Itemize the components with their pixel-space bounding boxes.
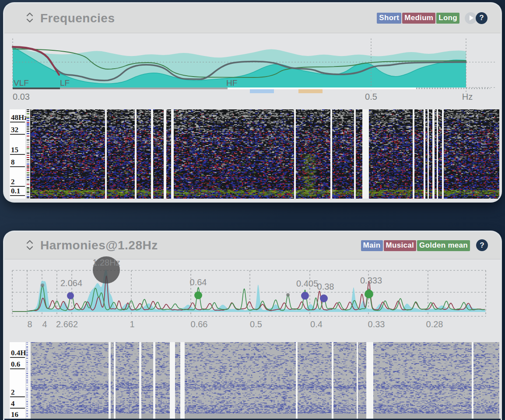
x-tick-label: 0.5 (250, 319, 262, 329)
play-button[interactable] (465, 12, 477, 24)
axis-band-segment-2 (228, 88, 416, 89)
scale-label-0.1: 0.1 (10, 187, 25, 196)
peak-marker-0.38[interactable] (320, 294, 328, 302)
harmonies-spectrogram[interactable] (26, 342, 499, 420)
peak-marker-0.333[interactable] (365, 290, 373, 298)
help-button[interactable]: ? (476, 239, 488, 251)
harmonies-panel: Harmonies@1.28Hz MainMusicalGolden mean … (4, 232, 501, 420)
harmonies-header-controls: MainMusicalGolden mean ? (360, 239, 488, 252)
band-label-lf: LF (60, 78, 70, 88)
scale-label-4: 4 (10, 400, 25, 409)
frequencies-spectrogram-area: 48Hz3215820.1 (10, 109, 499, 199)
x-tick-label: 0.33 (368, 319, 385, 329)
scale-label-16: 16 (10, 411, 25, 420)
harmonies-title: Harmonies@1.28Hz (40, 238, 158, 252)
harmonies-chart[interactable]: 1.28Hz2.0640.640.4050.380.333842.66210.6… (4, 254, 501, 334)
harmonies-frequency-scale: 0.4Hz0.62416 (10, 342, 25, 420)
musical-series-line (12, 276, 485, 312)
up-down-chevrons-icon (26, 239, 33, 252)
harmonies-collapse-button[interactable] (26, 239, 33, 252)
help-button[interactable]: ? (476, 12, 487, 24)
x-tick-label: 4 (42, 319, 47, 329)
peak-label-0.333: 0.333 (360, 276, 382, 285)
band-label-hf: HF (226, 78, 237, 88)
frequencies-chart[interactable]: VLFLFHF0.030.5Hz (4, 33, 501, 105)
x-tick-label: 0.66 (191, 319, 208, 329)
x-tick-label: 0.28 (426, 319, 443, 329)
harmonies-legend: MainMusicalGolden mean (360, 240, 470, 251)
frequencies-frequency-scale: 48Hz3215820.1 (10, 109, 25, 199)
harmonies-buttons: ? (475, 239, 488, 252)
frequencies-collapse-button[interactable] (26, 11, 33, 25)
x-tick-label: 8 (27, 319, 32, 329)
harmonies-spectrogram-area: 0.4Hz0.62416 (10, 342, 499, 420)
peak-label-1.28Hz: 1.28Hz (92, 258, 120, 267)
scale-label-48hz: 48Hz (10, 114, 25, 122)
scale-label-2: 2 (10, 178, 25, 187)
peak-marker-0.405[interactable] (301, 292, 309, 300)
x-tick-label: 0.5 (365, 92, 377, 102)
peak-label-0.405: 0.405 (296, 279, 318, 288)
scale-label-15: 15 (10, 146, 25, 155)
peak-label-0.64: 0.64 (190, 277, 207, 287)
frequencies-panel: Frequencies ShortMediumLong ? VLFLFHF0.0… (4, 4, 501, 201)
x-tick-label: Hz (462, 92, 473, 102)
legend-badge-medium[interactable]: Medium (402, 13, 435, 24)
legend-badge-musical[interactable]: Musical (384, 240, 416, 251)
scale-label-0.4hz: 0.4Hz (10, 349, 25, 358)
axis-band-segment-0 (13, 88, 60, 89)
legend-badge-short[interactable]: Short (377, 13, 401, 24)
scale-label-32: 32 (10, 126, 25, 135)
x-tick-label: 2.662 (56, 319, 78, 329)
minor-peak-dot[interactable] (286, 293, 290, 297)
x-tick-label: 0.03 (13, 92, 30, 102)
play-icon (470, 15, 473, 21)
legend-badge-golden-mean[interactable]: Golden mean (417, 240, 470, 251)
frequencies-spectrogram[interactable] (26, 109, 499, 199)
range-marker-1[interactable] (298, 89, 323, 93)
scale-label-8: 8 (10, 158, 25, 167)
peak-marker-2.064[interactable] (67, 292, 74, 299)
up-down-chevrons-icon (26, 11, 33, 25)
frequencies-buttons: ? (465, 12, 488, 25)
axis-band-segment-1 (60, 88, 228, 89)
band-label-vlf: VLF (14, 78, 29, 88)
app-background: { "colors":{ "badge_blue":"#6f87bb","bad… (0, 0, 505, 420)
peak-marker-0.64[interactable] (194, 291, 202, 299)
x-tick-label: 1 (130, 319, 134, 329)
frequencies-header-controls: ShortMediumLong ? (376, 12, 488, 25)
frequencies-header: Frequencies ShortMediumLong ? (4, 4, 501, 33)
peak-label-2.064: 2.064 (60, 278, 82, 288)
frequencies-legend: ShortMediumLong (376, 13, 459, 24)
scale-label-2: 2 (10, 388, 25, 397)
peak-label-0.38: 0.38 (317, 282, 334, 291)
legend-badge-main[interactable]: Main (361, 240, 383, 251)
minor-peak-dot[interactable] (41, 284, 44, 287)
x-tick-label: 0.4 (310, 319, 323, 329)
frequencies-title: Frequencies (40, 11, 115, 25)
scale-label-0.6: 0.6 (10, 360, 25, 369)
legend-badge-long[interactable]: Long (436, 13, 459, 24)
range-marker-0[interactable] (250, 89, 274, 93)
